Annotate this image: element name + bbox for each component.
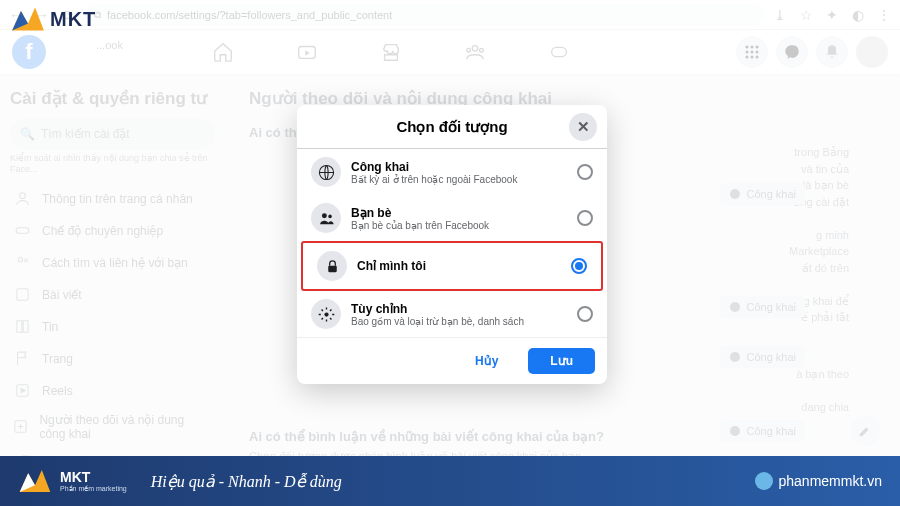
footer-site[interactable]: phanmemmkt.vn: [755, 472, 882, 490]
svg-point-30: [324, 312, 328, 316]
option-desc: Bất kỳ ai ở trên hoặc ngoài Facebook: [351, 174, 517, 185]
option-friends[interactable]: Bạn bèBạn bè của bạn trên Facebook: [297, 195, 607, 241]
footer-brand: MKT: [60, 469, 127, 485]
option-title: Chỉ mình tôi: [357, 259, 426, 273]
option-desc: Bạn bè của bạn trên Facebook: [351, 220, 489, 231]
option-public[interactable]: Công khaiBất kỳ ai ở trên hoặc ngoài Fac…: [297, 149, 607, 195]
option-title: Tùy chỉnh: [351, 302, 524, 316]
lock-icon: [317, 251, 347, 281]
save-button[interactable]: Lưu: [528, 348, 595, 374]
option-custom[interactable]: Tùy chỉnhBao gồm và loại trừ bạn bè, dan…: [297, 291, 607, 337]
friends-icon: [311, 203, 341, 233]
cancel-button[interactable]: Hủy: [453, 348, 520, 374]
globe-icon: [311, 157, 341, 187]
mkt-watermark: MKT: [10, 4, 96, 34]
svg-rect-29: [328, 265, 337, 271]
option-title: Bạn bè: [351, 206, 489, 220]
radio-icon[interactable]: [571, 258, 587, 274]
audience-modal: Chọn đối tượng ✕ Công khaiBất kỳ ai ở tr…: [297, 105, 607, 384]
option-only-me[interactable]: Chỉ mình tôi: [303, 243, 601, 289]
mkt-logo-text: MKT: [50, 8, 96, 31]
radio-icon[interactable]: [577, 210, 593, 226]
option-desc: Bao gồm và loại trừ bạn bè, danh sách: [351, 316, 524, 327]
modal-header: Chọn đối tượng ✕: [297, 105, 607, 149]
footer-sub: Phần mềm marketing: [60, 485, 127, 493]
modal-title: Chọn đối tượng: [396, 118, 507, 136]
mkt-logo-icon: [18, 466, 52, 496]
modal-footer: Hủy Lưu: [297, 337, 607, 384]
svg-point-27: [321, 213, 326, 218]
close-icon[interactable]: ✕: [569, 113, 597, 141]
svg-point-28: [328, 214, 332, 218]
gear-icon: [311, 299, 341, 329]
footer-slogan: Hiệu quả - Nhanh - Dễ dùng: [151, 472, 342, 491]
mkt-logo-icon: [10, 4, 46, 34]
globe-icon: [755, 472, 773, 490]
option-title: Công khai: [351, 160, 517, 174]
radio-icon[interactable]: [577, 164, 593, 180]
mkt-footer: MKT Phần mềm marketing Hiệu quả - Nhanh …: [0, 456, 900, 506]
radio-icon[interactable]: [577, 306, 593, 322]
